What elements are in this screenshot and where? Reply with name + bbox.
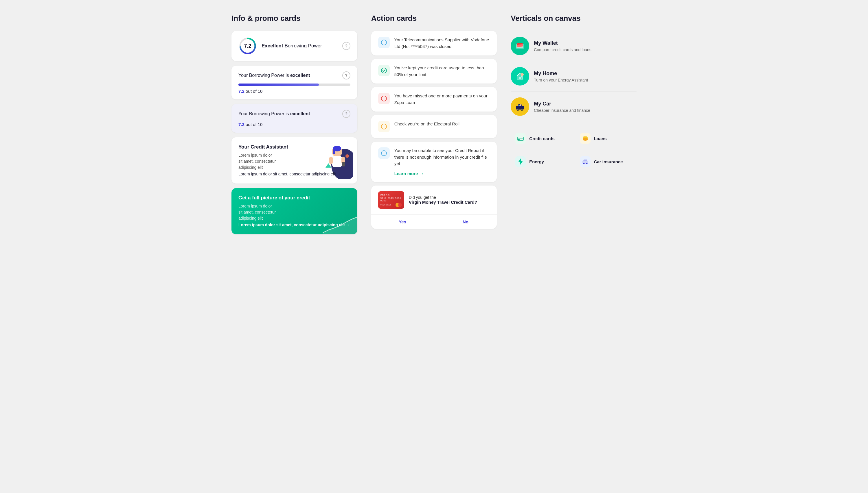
energy-icon bbox=[515, 156, 526, 167]
vertical-items-list: My Wallet Compare credit cards and loans bbox=[511, 31, 637, 122]
home-subtitle: Turn on your Energy Assistant bbox=[534, 78, 588, 82]
action-cards-list: i Your Telecommunications Supplier with … bbox=[371, 31, 497, 229]
progress-bar bbox=[238, 84, 350, 86]
credit-assistant-title: Your Credit Assistant bbox=[238, 144, 350, 150]
home-info: My Home Turn on your Energy Assistant bbox=[534, 70, 588, 82]
mini-credit-cards[interactable]: Credit cards bbox=[511, 129, 572, 148]
vertical-item-car[interactable]: My Car Cheaper insurance and finance bbox=[511, 92, 637, 122]
action-icon-3: ! bbox=[378, 121, 390, 132]
car-insurance-icon bbox=[580, 156, 590, 167]
green-card-title: Get a full picture of your credit bbox=[238, 195, 350, 201]
loans-icon bbox=[580, 133, 590, 144]
progress-fill bbox=[238, 84, 319, 86]
svg-point-32 bbox=[517, 109, 519, 110]
svg-marker-42 bbox=[518, 158, 523, 165]
mini-energy[interactable]: Energy bbox=[511, 152, 572, 171]
cc-card-content: mono 5216 2345 0000 0000 05/26-09/26 bbox=[371, 186, 497, 214]
car-info: My Car Cheaper insurance and finance bbox=[534, 101, 590, 113]
action-card-3[interactable]: ! Check you're on the Electoral Roll bbox=[371, 115, 497, 138]
mini-verticals: Credit cards Loans Energy bbox=[511, 129, 637, 171]
bp-title: Your Borrowing Power is excellent bbox=[238, 73, 310, 78]
svg-rect-26 bbox=[519, 77, 521, 79]
credit-cards-icon bbox=[515, 133, 526, 144]
green-cta-card: Get a full picture of your credit Lorem … bbox=[231, 188, 357, 234]
borrowing-power-card: Your Borrowing Power is excellent ? 7.2 … bbox=[231, 66, 357, 100]
action-card-learn-inner: i You may be unable to see your Credit R… bbox=[378, 147, 490, 167]
action-learn-icon: i bbox=[378, 147, 390, 159]
credit-assistant-text: Your Credit Assistant Lorem ipsum dolor … bbox=[238, 144, 350, 176]
bp-score: 7.2 out of 10 bbox=[238, 89, 350, 94]
svg-point-35 bbox=[520, 104, 521, 106]
action-text-2: You have missed one or more payments on … bbox=[395, 93, 490, 106]
info-column: Info & promo cards 7.2 bbox=[231, 14, 357, 234]
credit-card-image: mono 5216 2345 0000 0000 05/26-09/26 bbox=[378, 191, 404, 209]
action-learn-text: You may be unable to see your Credit Rep… bbox=[395, 147, 490, 167]
action-title: Action cards bbox=[371, 14, 497, 23]
svg-text:!: ! bbox=[383, 124, 385, 129]
svg-text:i: i bbox=[383, 151, 385, 155]
score-badge-card: 7.2 Excellent Borrowing Power ? bbox=[231, 31, 357, 61]
vertical-item-wallet[interactable]: My Wallet Compare credit cards and loans bbox=[511, 31, 637, 61]
verticals-column: Verticals on canvas My Wallet Comp bbox=[511, 14, 637, 234]
score-label: Excellent Borrowing Power bbox=[262, 43, 338, 49]
action-column: Action cards i Your Telecommunications S… bbox=[371, 14, 497, 234]
cc-no-button[interactable]: No bbox=[434, 215, 497, 229]
wallet-info: My Wallet Compare credit cards and loans bbox=[534, 40, 591, 52]
action-card-2[interactable]: ! You have missed one or more payments o… bbox=[371, 87, 497, 111]
svg-point-34 bbox=[521, 109, 523, 110]
credit-cards-label: Credit cards bbox=[529, 136, 554, 141]
score-value: 7.2 bbox=[244, 43, 251, 49]
car-subtitle: Cheaper insurance and finance bbox=[534, 108, 590, 113]
svg-text:i: i bbox=[383, 40, 385, 45]
main-grid: Info & promo cards 7.2 bbox=[231, 14, 637, 234]
info-icon-btn[interactable]: ? bbox=[342, 42, 350, 50]
svg-rect-29 bbox=[521, 74, 523, 76]
bp-header: Your Borrowing Power is excellent ? bbox=[238, 71, 350, 80]
action-text-0: Your Telecommunications Supplier with Vo… bbox=[395, 37, 490, 50]
action-card-1[interactable]: You've kept your credit card usage to le… bbox=[371, 59, 497, 84]
bp-alt-info-icon[interactable]: ? bbox=[342, 110, 350, 118]
cc-confirm-card: mono 5216 2345 0000 0000 05/26-09/26 bbox=[371, 186, 497, 229]
vertical-item-home[interactable]: My Home Turn on your Energy Assistant bbox=[511, 61, 637, 92]
svg-rect-38 bbox=[518, 139, 520, 140]
car-title: My Car bbox=[534, 101, 590, 107]
action-icon-2: ! bbox=[378, 93, 390, 104]
action-icon-0: i bbox=[378, 37, 390, 48]
cc-text: Did you get the Virgin Money Travel Cred… bbox=[409, 195, 477, 205]
credit-assistant-link[interactable]: Lorem ipsum dolor sit amet, consectetur … bbox=[238, 172, 341, 176]
home-icon bbox=[511, 67, 529, 86]
action-card-learn: i You may be unable to see your Credit R… bbox=[371, 142, 497, 182]
action-text-3: Check you're on the Electoral Roll bbox=[395, 121, 490, 127]
svg-point-41 bbox=[583, 138, 588, 141]
wallet-subtitle: Compare credit cards and loans bbox=[534, 47, 591, 52]
cc-actions: Yes No bbox=[371, 214, 497, 229]
svg-point-15 bbox=[381, 68, 386, 73]
bp-alt-score: 7.2 out of 10 bbox=[238, 122, 350, 127]
mini-loans[interactable]: Loans bbox=[576, 129, 637, 148]
learn-more-link[interactable]: Learn more → bbox=[395, 171, 424, 176]
svg-text:!: ! bbox=[383, 96, 385, 101]
bp-info-icon[interactable]: ? bbox=[342, 71, 350, 80]
car-insurance-label: Car insurance bbox=[594, 159, 623, 164]
energy-label: Energy bbox=[529, 159, 544, 164]
action-card-0[interactable]: i Your Telecommunications Supplier with … bbox=[371, 31, 497, 56]
credit-assistant-body: Lorem ipsum dolor sit amet, consectetur … bbox=[238, 152, 350, 171]
info-title: Info & promo cards bbox=[231, 14, 357, 23]
svg-rect-27 bbox=[521, 76, 522, 78]
info-cards-list: 7.2 Excellent Borrowing Power ? Your Bor… bbox=[231, 31, 357, 234]
wallet-icon bbox=[511, 37, 529, 55]
wallet-title: My Wallet bbox=[534, 40, 591, 46]
credit-assistant-card: Your Credit Assistant Lorem ipsum dolor … bbox=[231, 137, 357, 184]
bp-alt-header: Your Borrowing Power is excellent ? bbox=[238, 110, 350, 118]
svg-marker-12 bbox=[323, 217, 357, 234]
action-icon-1 bbox=[378, 65, 390, 76]
mini-car-insurance[interactable]: Car insurance bbox=[576, 152, 637, 171]
score-gauge: 7.2 bbox=[238, 37, 257, 55]
home-title: My Home bbox=[534, 70, 588, 77]
loans-label: Loans bbox=[594, 136, 607, 141]
car-icon bbox=[511, 98, 529, 116]
svg-rect-37 bbox=[518, 138, 523, 139]
borrowing-power-alt-card: Your Borrowing Power is excellent ? 7.2 … bbox=[231, 104, 357, 133]
action-text-1: You've kept your credit card usage to le… bbox=[395, 65, 490, 78]
cc-yes-button[interactable]: Yes bbox=[371, 215, 434, 229]
